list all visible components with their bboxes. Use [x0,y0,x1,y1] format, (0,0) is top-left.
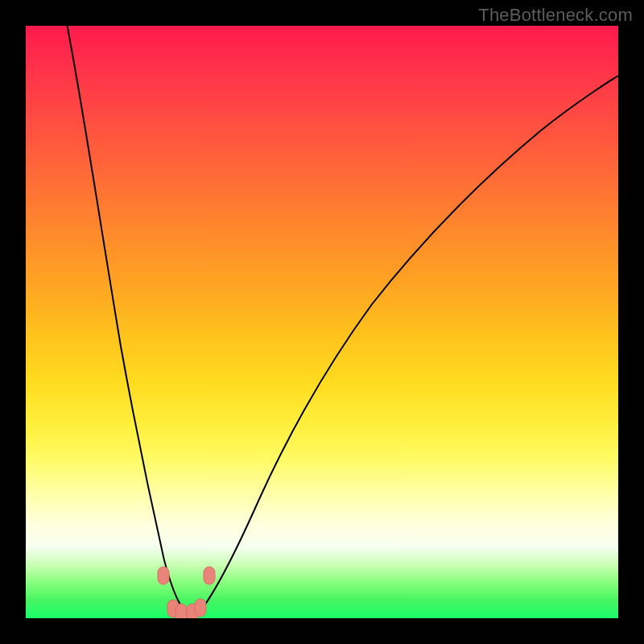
curve-layer [26,26,618,618]
plot-area [26,26,618,618]
marker-dot [195,599,206,617]
marker-dot [175,604,187,618]
curve-markers [158,567,215,618]
marker-dot [204,567,215,584]
bottleneck-curve [68,26,619,613]
chart-frame: TheBottleneck.com [0,0,644,644]
watermark-text: TheBottleneck.com [478,5,633,26]
marker-dot [158,567,169,584]
